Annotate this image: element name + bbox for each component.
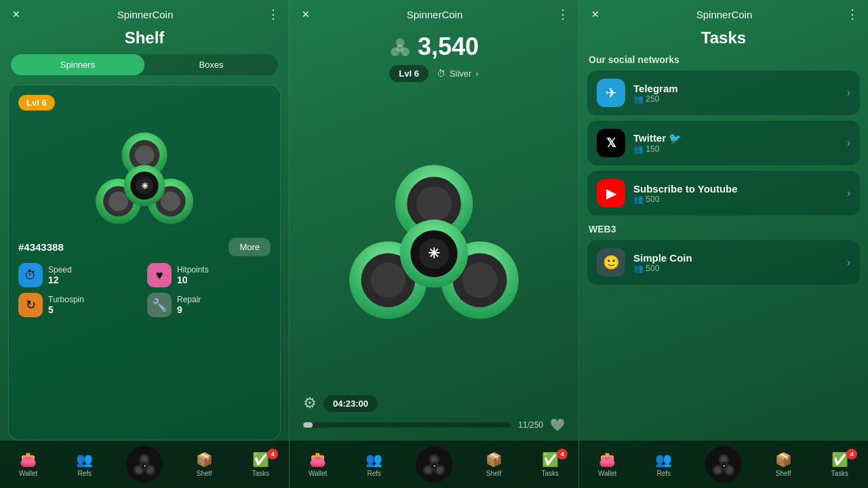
youtube-name: Subscribe to Youtube [633,183,839,195]
simplecoin-arrow: › [847,256,850,268]
nav-tasks-p1[interactable]: ✅ Tasks 4 [245,451,275,477]
svg-point-31 [462,262,498,298]
shelf-icon-p2: 📦 [486,451,502,468]
nav-wallet-p3[interactable]: 👛 Wallet [593,451,623,477]
hitpoints-info: Hitpoints 10 [177,265,209,285]
bottom-nav-tasks: 👛 Wallet 👥 Refs ✳ [579,441,868,488]
menu-button-tasks[interactable]: ⋮ [846,7,859,22]
stat-turbospin: ↻ Turbospin 5 [18,293,142,317]
youtube-info: Subscribe to Youtube 👥 500 [633,183,839,204]
repair-info: Repair 9 [177,295,201,315]
nav-center-p1[interactable]: ✳ [126,446,163,483]
center-spinner-icon-p1: ✳ [132,452,157,476]
hitpoints-label: Hitpoints [177,265,209,274]
refs-label-p1: Refs [78,470,92,477]
timer-display: 04:23:00 [323,395,378,412]
topbar-shelf: ✕ SpinnerCoin ⋮ [0,0,289,28]
center-spinner-icon-p2: ✳ [422,452,446,476]
youtube-icon: ▶ [606,185,616,201]
nav-tasks-p3[interactable]: ✅ Tasks 4 [825,451,854,477]
bottom-nav-shelf: 👛 Wallet 👥 Refs ✳ [0,441,289,488]
nav-center-button-p1[interactable]: ✳ [126,446,163,483]
nav-center-p2[interactable]: ✳ [416,446,452,483]
speed-label: Speed [48,265,72,274]
tasks-icon-p1: ✅ [252,451,269,468]
tasks-icon-p3: ✅ [831,451,848,468]
nav-tasks-p2[interactable]: ✅ Tasks 4 [535,451,565,477]
nav-shelf-p2[interactable]: 📦 Shelf [479,451,509,477]
twitter-arrow: › [847,137,850,149]
rank-icon: ⏱ [437,68,446,79]
refs-label-p3: Refs [657,470,671,477]
panel-tasks: ✕ SpinnerCoin ⋮ Tasks Our social network… [579,0,868,488]
nav-shelf-p1[interactable]: 📦 Shelf [189,451,219,477]
tab-spinners[interactable]: Spinners [11,54,144,75]
task-telegram[interactable]: ✈ Telegram 👥 250 › [587,70,860,115]
close-button-shelf[interactable]: ✕ [9,7,23,21]
app-title-tasks: SpinnerCoin [696,9,753,20]
rank-pill: ⏱ Silver › [437,68,479,79]
simplecoin-info: Simple Coin 👥 500 [633,252,839,273]
wallet-label-p3: Wallet [598,470,616,477]
app-title-main: SpinnerCoin [407,9,463,20]
telegram-info: Telegram 👥 250 [633,83,839,104]
refs-icon-p3: 👥 [655,451,672,468]
panel-main: ✕ SpinnerCoin ⋮ 3,540 Lvl 6 ⏱ Silver › [290,0,579,488]
score-display: 3,540 [290,33,578,61]
main-spinner-svg: ✳ [346,154,522,330]
close-button-tasks[interactable]: ✕ [589,7,602,21]
center-spinner-icon-p3: ✳ [711,452,736,476]
refs-icon-p1: 👥 [76,451,93,468]
nav-refs-p3[interactable]: 👥 Refs [649,451,679,477]
nav-center-button-p2[interactable]: ✳ [416,446,452,483]
task-twitter[interactable]: 𝕏 Twitter 🐦 👥 150 › [587,121,860,165]
tab-boxes[interactable]: Boxes [144,54,278,75]
stat-hitpoints: ♥ Hitpoints 10 [147,263,271,287]
energy-text: 11/250 [518,420,543,430]
close-button-main[interactable]: ✕ [299,7,313,21]
spinner-level-badge: Lvl 6 [18,95,55,110]
more-button[interactable]: More [229,238,271,256]
task-youtube[interactable]: ▶ Subscribe to Youtube 👥 500 › [587,171,860,216]
energy-bar [303,422,511,428]
menu-button-main[interactable]: ⋮ [557,7,569,22]
youtube-arrow: › [847,187,850,199]
repair-value: 9 [177,304,201,315]
nav-wallet-p1[interactable]: 👛 Wallet [14,451,43,477]
menu-button-shelf[interactable]: ⋮ [267,7,279,22]
spinner-card: Lvl 6 [8,85,281,441]
spinner-svg-small: ✳ [90,123,199,231]
tasks-badge-p1: 4 [267,449,278,460]
topbar-main: ✕ SpinnerCoin ⋮ [290,0,578,28]
nav-refs-p2[interactable]: 👥 Refs [359,451,389,477]
twitter-logo: 𝕏 [597,129,625,157]
nav-shelf-p3[interactable]: 📦 Shelf [768,451,798,477]
wallet-icon-p1: 👛 [20,451,37,468]
refs-label-p2: Refs [368,470,382,477]
tasks-badge-p3: 4 [846,449,857,460]
nav-refs-p1[interactable]: 👥 Refs [70,451,100,477]
repair-label: Repair [177,295,201,304]
nav-wallet-p2[interactable]: 👛 Wallet [303,451,333,477]
rank-arrow: › [475,68,478,79]
youtube-logo: ▶ [597,179,625,207]
shelf-title: Shelf [0,28,289,47]
svg-point-34 [416,186,452,221]
panel-shelf: ✕ SpinnerCoin ⋮ Shelf Spinners Boxes Lvl… [0,0,290,488]
spinner-id-row: #4343388 More [18,238,271,256]
svg-point-2 [108,192,128,211]
energy-bar-fill [303,422,313,428]
level-rank-row: Lvl 6 ⏱ Silver › [290,65,578,82]
task-simplecoin[interactable]: 🙂 Simple Coin 👥 500 › [587,240,860,285]
nav-center-p3[interactable]: ✳ [705,446,742,483]
wrench-icon: ⚙ [303,394,317,412]
app-title-shelf: SpinnerCoin [117,9,174,20]
svg-text:✳: ✳ [428,245,440,261]
svg-point-28 [370,262,406,298]
rank-label: Silver [450,68,472,79]
main-spinner-area[interactable]: ✳ [290,89,578,394]
wallet-label-p1: Wallet [19,470,37,477]
stats-grid: ⏱ Speed 12 ♥ Hitpoints 10 ↻ Turbospin 5 [18,263,271,317]
bottom-nav-main: 👛 Wallet 👥 Refs ✳ [290,441,578,488]
nav-center-button-p3[interactable]: ✳ [705,446,742,483]
